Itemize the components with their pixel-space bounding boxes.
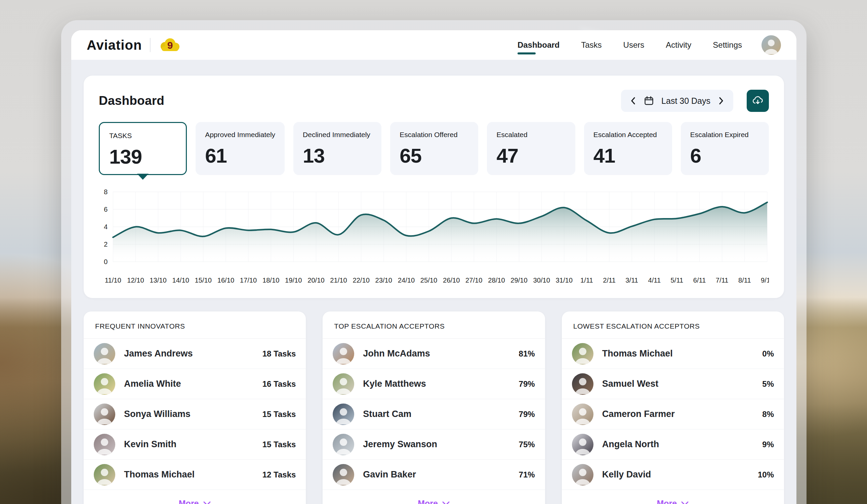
svg-text:31/10: 31/10 bbox=[556, 277, 572, 284]
stat-value: 139 bbox=[109, 145, 176, 168]
download-report-button[interactable] bbox=[747, 90, 769, 112]
person-row-gavin-baker[interactable]: Gavin Baker71% bbox=[323, 460, 545, 490]
svg-text:21/10: 21/10 bbox=[330, 277, 347, 284]
svg-text:19/10: 19/10 bbox=[285, 277, 302, 284]
svg-text:24/10: 24/10 bbox=[398, 277, 415, 284]
page-title: Dashboard bbox=[99, 94, 164, 108]
person-value: 81% bbox=[519, 349, 535, 358]
app-header: Aviation 9 DashboardTasksUsersActivitySe… bbox=[71, 30, 796, 60]
svg-text:12/10: 12/10 bbox=[127, 277, 144, 284]
nav-item-activity[interactable]: Activity bbox=[666, 36, 691, 54]
nav-item-users[interactable]: Users bbox=[623, 36, 644, 54]
person-row-stuart-cam[interactable]: Stuart Cam79% bbox=[323, 399, 545, 429]
window-frame: Aviation 9 DashboardTasksUsersActivitySe… bbox=[61, 20, 806, 504]
nav-item-label: Activity bbox=[666, 40, 691, 50]
stat-card-escalation-offered[interactable]: Escalation Offered65 bbox=[390, 122, 478, 175]
stat-card-tasks[interactable]: TASKS139 bbox=[99, 122, 187, 175]
person-row-thomas-michael[interactable]: Thomas Michael12 Tasks bbox=[84, 460, 306, 490]
svg-text:2/11: 2/11 bbox=[603, 277, 616, 284]
person-row-jeremy-swanson[interactable]: Jeremy Swanson75% bbox=[323, 429, 545, 460]
person-row-cameron-farmer[interactable]: Cameron Farmer8% bbox=[562, 399, 784, 429]
stat-label: Declined Immediately bbox=[303, 131, 372, 139]
more-label: More bbox=[418, 498, 438, 504]
person-row-kevin-smith[interactable]: Kevin Smith15 Tasks bbox=[84, 429, 306, 460]
person-value: 79% bbox=[519, 410, 535, 419]
stat-card-approved-immediately[interactable]: Approved Immediately61 bbox=[195, 122, 285, 175]
stat-label: Escalation Expired bbox=[690, 131, 759, 139]
person-row-samuel-west[interactable]: Samuel West5% bbox=[562, 369, 784, 399]
panel-title: TOP ESCALATION ACCEPTORS bbox=[333, 311, 535, 339]
svg-text:1/11: 1/11 bbox=[580, 277, 593, 284]
person-row-james-andrews[interactable]: James Andrews18 Tasks bbox=[84, 339, 306, 369]
svg-text:0: 0 bbox=[104, 258, 108, 266]
more-button[interactable]: More bbox=[418, 498, 450, 504]
more-label: More bbox=[657, 498, 677, 504]
more-button[interactable]: More bbox=[657, 498, 689, 504]
date-next-button[interactable] bbox=[718, 96, 725, 105]
date-prev-button[interactable] bbox=[630, 96, 636, 105]
person-value: 0% bbox=[762, 349, 774, 358]
person-name: Gavin Baker bbox=[363, 469, 416, 480]
person-silhouette-icon bbox=[94, 464, 115, 485]
panel-frequent-innovators: FREQUENT INNOVATORS James Andrews18 Task… bbox=[84, 311, 306, 504]
date-range-picker[interactable]: Last 30 Days bbox=[621, 90, 733, 112]
date-range-label: Last 30 Days bbox=[661, 96, 710, 106]
person-row-john-mcadams[interactable]: John McAdams81% bbox=[323, 339, 545, 369]
nav-item-settings[interactable]: Settings bbox=[713, 36, 742, 54]
nav-item-dashboard[interactable]: Dashboard bbox=[517, 36, 559, 54]
svg-text:15/10: 15/10 bbox=[195, 277, 212, 284]
svg-text:8/11: 8/11 bbox=[738, 277, 751, 284]
person-silhouette-icon bbox=[572, 434, 593, 455]
person-name: Sonya Williams bbox=[124, 409, 191, 419]
app-logo-text: Aviation bbox=[87, 37, 142, 53]
chevron-down-icon bbox=[203, 501, 211, 504]
person-silhouette-icon bbox=[572, 404, 593, 425]
person-value: 16 Tasks bbox=[263, 379, 296, 389]
avatar bbox=[572, 373, 593, 395]
svg-text:14/10: 14/10 bbox=[172, 277, 189, 284]
more-button[interactable]: More bbox=[179, 498, 211, 504]
person-silhouette-icon bbox=[572, 373, 593, 395]
stat-card-escalation-expired[interactable]: Escalation Expired6 bbox=[681, 122, 769, 175]
main-nav: DashboardTasksUsersActivitySettings bbox=[517, 36, 742, 54]
person-row-amelia-white[interactable]: Amelia White16 Tasks bbox=[84, 369, 306, 399]
person-row-sonya-williams[interactable]: Sonya Williams15 Tasks bbox=[84, 399, 306, 429]
avatar bbox=[333, 464, 354, 485]
svg-text:8: 8 bbox=[104, 189, 108, 195]
person-row-kyle-matthews[interactable]: Kyle Matthews79% bbox=[323, 369, 545, 399]
stat-card-escalation-accepted[interactable]: Escalation Accepted41 bbox=[584, 122, 672, 175]
person-value: 15 Tasks bbox=[263, 440, 296, 449]
more-row: More bbox=[94, 490, 296, 504]
panel-title: LOWEST ESCALATION ACCEPTORS bbox=[572, 311, 774, 339]
svg-text:4/11: 4/11 bbox=[648, 277, 661, 284]
person-name: James Andrews bbox=[124, 348, 193, 359]
person-row-kelly-david[interactable]: Kelly David10% bbox=[562, 460, 784, 490]
person-silhouette-icon bbox=[333, 434, 354, 455]
person-row-thomas-michael[interactable]: Thomas Michael0% bbox=[562, 339, 784, 369]
person-name: Kevin Smith bbox=[124, 439, 176, 450]
more-row: More bbox=[572, 490, 774, 504]
stat-value: 41 bbox=[593, 144, 663, 167]
person-name: Kelly David bbox=[602, 469, 651, 480]
svg-text:13/10: 13/10 bbox=[150, 277, 166, 284]
person-silhouette-icon bbox=[761, 35, 781, 55]
cloud-download-icon bbox=[752, 95, 764, 107]
stat-label: Escalation Offered bbox=[399, 131, 469, 139]
svg-text:9: 9 bbox=[167, 40, 173, 51]
person-value: 12 Tasks bbox=[263, 470, 296, 480]
stat-value: 61 bbox=[205, 144, 275, 167]
nav-item-tasks[interactable]: Tasks bbox=[581, 36, 601, 54]
stat-card-declined-immediately[interactable]: Declined Immediately13 bbox=[293, 122, 382, 175]
person-value: 9% bbox=[762, 440, 774, 449]
profile-avatar[interactable] bbox=[761, 35, 781, 55]
person-name: Stuart Cam bbox=[363, 409, 411, 419]
svg-text:6/11: 6/11 bbox=[693, 277, 706, 284]
person-row-angela-north[interactable]: Angela North9% bbox=[562, 429, 784, 460]
stat-label: TASKS bbox=[109, 132, 176, 140]
svg-text:4: 4 bbox=[104, 223, 108, 230]
person-silhouette-icon bbox=[333, 404, 354, 425]
nav-item-label: Dashboard bbox=[517, 40, 559, 50]
stat-card-escalated[interactable]: Escalated47 bbox=[487, 122, 575, 175]
cloud9-logo-icon: 9 bbox=[159, 37, 181, 52]
person-name: John McAdams bbox=[363, 348, 430, 359]
